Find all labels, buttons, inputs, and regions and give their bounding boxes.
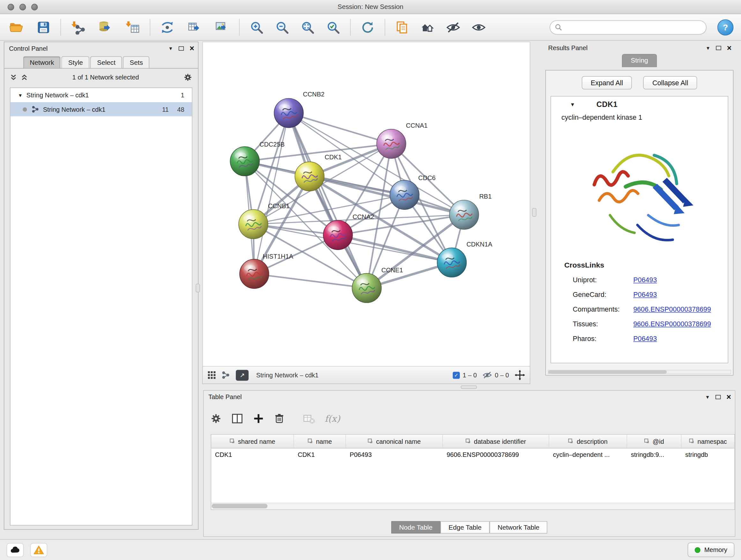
tab-node-table[interactable]: Node Table xyxy=(391,521,441,534)
table-cell[interactable]: 9606.ENSP00000378699 xyxy=(443,448,549,461)
column-header[interactable]: namespac xyxy=(681,435,734,448)
zoom-in-button[interactable] xyxy=(247,17,266,38)
network-options-gear-icon[interactable] xyxy=(184,72,192,81)
add-column-icon[interactable] xyxy=(253,413,264,424)
network-node-HIST1H1A[interactable]: HIST1H1A xyxy=(240,253,293,288)
network-node-CDK1[interactable]: CDK1 xyxy=(295,153,342,191)
delete-column-trash-icon[interactable] xyxy=(273,413,285,424)
splitter-handle[interactable] xyxy=(461,385,477,388)
crosslink-link[interactable]: P06493 xyxy=(633,276,657,284)
panel-menu-icon[interactable]: ▼ xyxy=(705,394,710,399)
network-node-CDKN1A[interactable]: CDKN1A xyxy=(437,241,493,277)
save-session-button[interactable] xyxy=(34,17,53,38)
open-session-button[interactable] xyxy=(7,17,25,38)
selected-nodes-checkbox-icon[interactable]: ✓ xyxy=(453,372,460,379)
results-horizontal-scrollbar[interactable] xyxy=(548,370,731,374)
pan-crosshair-icon[interactable] xyxy=(515,370,525,380)
hide-details-button[interactable] xyxy=(444,17,463,38)
splitter-handle[interactable] xyxy=(532,208,536,217)
table-horizontal-scrollbar[interactable] xyxy=(211,503,734,509)
tab-sets[interactable]: Sets xyxy=(123,56,150,68)
hidden-eye-slash-icon[interactable] xyxy=(482,370,492,380)
zoom-fit-button[interactable] xyxy=(298,17,317,38)
network-graph[interactable]: CCNB2CCNA1CDC25BCDK1CDC6RB1CCNB1CCNA2CDK… xyxy=(203,42,531,367)
grid-view-icon[interactable] xyxy=(207,371,216,379)
network-row[interactable]: String Network – cdk1 11 48 xyxy=(10,102,192,116)
network-canvas[interactable]: CCNB2CCNA1CDC25BCDK1CDC6RB1CCNB1CCNA2CDK… xyxy=(202,42,530,367)
tab-style[interactable]: Style xyxy=(62,56,90,68)
table-cell[interactable]: stringdb xyxy=(681,448,734,461)
network-collection-row[interactable]: ▼ String Network – cdk1 1 xyxy=(10,88,192,102)
table-row[interactable]: CDK1 CDK1 P06493 9606.ENSP00000378699 cy… xyxy=(211,448,734,461)
node-table: shared name name canonical name database… xyxy=(211,434,735,510)
memory-button[interactable]: Memory xyxy=(688,543,734,557)
birdseye-view-icon[interactable]: ↗ xyxy=(236,370,249,381)
panel-float-icon[interactable] xyxy=(716,395,721,399)
expand-all-button[interactable]: Expand All xyxy=(582,76,632,89)
column-header[interactable]: shared name xyxy=(211,435,294,448)
gene-collapse-icon[interactable]: ▼ xyxy=(570,102,575,108)
column-header[interactable]: database identifier xyxy=(443,435,549,448)
crosslink-row: Pharos: P06493 xyxy=(551,331,728,346)
home-button[interactable] xyxy=(418,17,437,38)
network-node-CCNA1[interactable]: CCNA1 xyxy=(377,122,428,159)
network-node-CCNB1[interactable]: CCNB1 xyxy=(239,202,290,239)
panel-close-icon[interactable]: × xyxy=(190,46,194,51)
refresh-button[interactable] xyxy=(358,17,377,38)
tab-network-table[interactable]: Network Table xyxy=(489,521,547,534)
table-cell[interactable]: CDK1 xyxy=(294,448,346,461)
tab-select[interactable]: Select xyxy=(91,56,122,68)
search-box[interactable] xyxy=(549,20,706,35)
table-cell[interactable]: stringdb:9... xyxy=(627,448,681,461)
warnings-button[interactable] xyxy=(30,543,47,557)
column-header[interactable]: canonical name xyxy=(346,435,443,448)
column-header[interactable]: description xyxy=(549,435,627,448)
show-details-button[interactable] xyxy=(469,17,488,38)
warning-icon xyxy=(33,544,45,556)
crosslink-link[interactable]: 9606.ENSP00000378699 xyxy=(633,305,711,313)
zoom-selected-button[interactable] xyxy=(324,17,342,38)
table-cell[interactable]: P06493 xyxy=(346,448,443,461)
table-cell[interactable]: cyclin–dependent ... xyxy=(549,448,627,461)
panel-menu-icon[interactable]: ▼ xyxy=(705,45,711,50)
collection-label: String Network – cdk1 xyxy=(26,91,89,99)
panel-close-icon[interactable]: × xyxy=(726,394,731,399)
help-button[interactable]: ? xyxy=(718,19,733,36)
collapse-all-icon[interactable] xyxy=(10,73,17,80)
expand-all-icon[interactable] xyxy=(21,73,28,80)
import-network-button[interactable] xyxy=(69,17,87,38)
delete-table-icon[interactable] xyxy=(303,413,315,425)
new-network-from-selection-button[interactable] xyxy=(158,17,177,38)
cloud-button[interactable] xyxy=(7,543,23,557)
table-cell[interactable]: CDK1 xyxy=(211,448,294,461)
collapse-all-button[interactable]: Collapse All xyxy=(643,76,697,89)
column-header[interactable]: @id xyxy=(627,435,681,448)
network-node-RB1[interactable]: RB1 xyxy=(449,193,491,229)
tab-string[interactable]: String xyxy=(622,54,657,67)
crosslink-link[interactable]: 9606.ENSP00000378699 xyxy=(633,320,711,327)
tree-expand-icon[interactable]: ▼ xyxy=(18,92,23,98)
panel-float-icon[interactable] xyxy=(716,46,721,50)
network-node-CDC6[interactable]: CDC6 xyxy=(390,174,435,209)
duplicate-button[interactable] xyxy=(393,17,412,38)
import-table-button[interactable] xyxy=(124,17,142,38)
crosslink-link[interactable]: P06493 xyxy=(633,334,657,342)
zoom-out-button[interactable] xyxy=(273,17,291,38)
search-input[interactable] xyxy=(562,23,701,31)
export-image-button[interactable] xyxy=(212,17,231,38)
tab-edge-table[interactable]: Edge Table xyxy=(441,521,489,534)
splitter-handle[interactable] xyxy=(196,284,200,293)
crosslink-link[interactable]: P06493 xyxy=(633,291,657,298)
panel-close-icon[interactable]: × xyxy=(727,45,732,50)
table-settings-gear-icon[interactable] xyxy=(210,413,222,424)
memory-label: Memory xyxy=(704,546,727,553)
column-header[interactable]: name xyxy=(294,435,346,448)
panel-menu-icon[interactable]: ▼ xyxy=(168,46,173,51)
import-network-database-button[interactable] xyxy=(96,17,115,38)
tab-network[interactable]: Network xyxy=(23,56,61,68)
share-view-icon[interactable] xyxy=(222,371,230,379)
function-builder-icon[interactable]: f(x) xyxy=(325,414,340,424)
select-columns-icon[interactable] xyxy=(231,413,244,425)
export-table-button[interactable] xyxy=(185,17,204,38)
panel-float-icon[interactable] xyxy=(179,46,184,50)
